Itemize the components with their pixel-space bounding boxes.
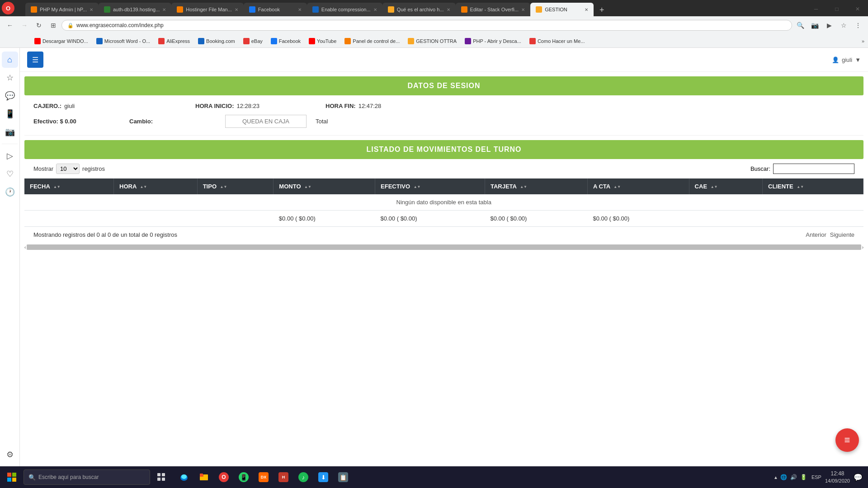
session-info: CAJERO.: giuli HORA INICIO: 12:28:23 HOR… bbox=[24, 95, 863, 136]
siguiente-button[interactable]: Siguiente bbox=[830, 231, 854, 238]
col-cliente[interactable]: CLIENTE ▲▼ bbox=[763, 178, 863, 194]
fab-button[interactable]: ≡ bbox=[835, 428, 859, 452]
bookmark-item-10[interactable]: Como Hacer un Me... bbox=[526, 37, 589, 46]
play-button[interactable]: ▶ bbox=[823, 19, 835, 32]
battery-icon[interactable]: 🔋 bbox=[800, 473, 808, 481]
taskbar-download-icon[interactable]: ⬇ bbox=[314, 467, 333, 487]
forward-button[interactable]: → bbox=[18, 19, 31, 32]
col-tipo[interactable]: TIPO ▲▼ bbox=[197, 178, 274, 194]
taskbar-whatsapp-icon[interactable]: 📱 bbox=[234, 467, 253, 487]
svg-rect-5 bbox=[162, 473, 165, 476]
col-monto[interactable]: MONTO ▲▼ bbox=[274, 178, 375, 194]
browser-tab-5[interactable]: Enable compression... ✕ bbox=[307, 3, 382, 16]
cajero-value: giuli bbox=[64, 103, 75, 109]
taskbar-heidisql-icon[interactable]: H bbox=[274, 467, 293, 487]
grid-button[interactable]: ⊞ bbox=[47, 19, 60, 32]
user-info[interactable]: 👤 giuli ▼ bbox=[832, 56, 861, 63]
browser-tab-4[interactable]: Facebook ✕ bbox=[244, 3, 307, 16]
refresh-button[interactable]: ↻ bbox=[33, 19, 45, 32]
sidebar: ⌂ ☆ 💬 📱 📷 ▷ ♡ 🕐 ⚙ ⋯ bbox=[0, 48, 20, 488]
bookmark-star-button[interactable]: ☆ bbox=[837, 19, 850, 32]
svg-rect-3 bbox=[12, 478, 16, 482]
col-fecha[interactable]: FECHA ▲▼ bbox=[24, 178, 114, 194]
instagram-icon[interactable]: 📷 bbox=[2, 124, 18, 140]
taskbar-time[interactable]: 12:48 14/09/2020 bbox=[825, 470, 850, 484]
start-button[interactable] bbox=[2, 467, 22, 487]
anterior-button[interactable]: Anterior bbox=[806, 231, 826, 238]
bookmark-item-4[interactable]: eBay bbox=[240, 37, 266, 46]
scroll-left-arrow[interactable]: ‹ bbox=[24, 245, 26, 250]
browser-tab-2[interactable]: auth-db139.hosting... ✕ bbox=[99, 3, 171, 16]
taskbar-search-box[interactable]: 🔍 Escribe aquí para buscar bbox=[24, 469, 150, 485]
browser-tab-1[interactable]: PHP My Admin | hP... ✕ bbox=[25, 3, 99, 16]
maximize-button[interactable]: □ bbox=[826, 2, 847, 16]
bookmark-item-6[interactable]: YouTube bbox=[305, 37, 340, 46]
network-icon[interactable]: 🌐 bbox=[780, 473, 788, 481]
col-hora[interactable]: HORA ▲▼ bbox=[114, 178, 198, 194]
heart-icon[interactable]: ♡ bbox=[2, 166, 18, 182]
clock-icon[interactable]: 🕐 bbox=[2, 184, 18, 200]
search-input[interactable] bbox=[773, 164, 854, 174]
systray: ▲ 🌐 🔊 🔋 bbox=[774, 473, 808, 481]
scroll-right-arrow[interactable]: › bbox=[862, 245, 863, 250]
address-bar[interactable]: 🔒 www.engrasecornalo.com/index.php bbox=[61, 20, 792, 31]
browser-tab-3[interactable]: Hostinger File Man... ✕ bbox=[171, 3, 243, 16]
records-per-page-select[interactable]: 102550100 bbox=[56, 164, 80, 174]
taskbar-spotify-icon[interactable]: ♪ bbox=[294, 467, 313, 487]
main-layout: ⌂ ☆ 💬 📱 📷 ▷ ♡ 🕐 ⚙ ⋯ ☰ 👤 giuli ▼ DATOS DE… bbox=[0, 48, 868, 488]
more-button[interactable]: ⋮ bbox=[852, 19, 864, 32]
taskbar-explorer-icon[interactable] bbox=[194, 467, 213, 487]
bookmark-item-1[interactable]: Microsoft Word - O... bbox=[93, 37, 154, 46]
whatsapp-icon[interactable]: 📱 bbox=[2, 106, 18, 122]
opera-logo[interactable]: O bbox=[2, 2, 14, 14]
browser-tab-6[interactable]: Qué es el archivo h... ✕ bbox=[382, 3, 456, 16]
sort-icon-cae: ▲▼ bbox=[711, 185, 718, 189]
bookmark-item-3[interactable]: Booking.com bbox=[194, 37, 239, 46]
close-button[interactable]: ✕ bbox=[847, 2, 868, 16]
settings-icon[interactable]: ⚙ bbox=[2, 446, 18, 463]
bookmark-item-2[interactable]: AliExpress bbox=[155, 37, 193, 46]
new-tab-button[interactable]: + bbox=[595, 4, 608, 16]
show-records: Mostrar 102550100 registros bbox=[33, 164, 105, 174]
taskview-button[interactable] bbox=[152, 467, 171, 487]
col-a_cta[interactable]: A CTA ▲▼ bbox=[587, 178, 689, 194]
browser-tab-7[interactable]: Editar - Stack Overfi... ✕ bbox=[456, 3, 531, 16]
mostrar-label: Mostrar bbox=[33, 165, 53, 172]
address-text: www.engrasecornalo.com/index.php bbox=[76, 22, 164, 28]
notification-button[interactable]: 💬 bbox=[854, 473, 863, 482]
movements-table: FECHA ▲▼HORA ▲▼TIPO ▲▼MONTO ▲▼EFECTIVO ▲… bbox=[24, 178, 863, 227]
home-icon[interactable]: ⌂ bbox=[2, 52, 18, 68]
bookmark-item-9[interactable]: PHP - Abrir y Desca... bbox=[461, 37, 525, 46]
taskbar-edge-icon[interactable] bbox=[175, 467, 193, 487]
bookmark-item-0[interactable]: Descargar WINDO... bbox=[31, 37, 92, 46]
cambio-label: Cambio: bbox=[129, 118, 220, 125]
sort-icon-tipo: ▲▼ bbox=[220, 185, 227, 189]
table-body: Ningún dato disponible en esta tabla $0.… bbox=[24, 194, 863, 227]
taskbar-unknown-icon[interactable]: 📋 bbox=[334, 467, 353, 487]
volume-icon[interactable]: 🔊 bbox=[790, 473, 798, 481]
minimize-button[interactable]: ─ bbox=[806, 2, 826, 16]
camera-button[interactable]: 📷 bbox=[808, 19, 821, 32]
queda-caja-input[interactable] bbox=[225, 115, 307, 128]
total-a-cta: $0.00 ( $0.00) bbox=[587, 211, 689, 227]
bookmark-item-5[interactable]: Facebook bbox=[267, 37, 304, 46]
registros-label: registros bbox=[82, 165, 105, 172]
bookmarks-more[interactable]: » bbox=[862, 38, 864, 44]
menu-button[interactable]: ☰ bbox=[27, 52, 43, 68]
taskbar-dx-icon[interactable]: DX bbox=[254, 467, 273, 487]
systray-up-arrow[interactable]: ▲ bbox=[774, 475, 778, 480]
user-name: giuli bbox=[842, 56, 852, 63]
hora-inicio-value: 12:28:23 bbox=[236, 103, 259, 109]
col-efectivo[interactable]: EFECTIVO ▲▼ bbox=[375, 178, 485, 194]
bookmark-item-7[interactable]: Panel de control de... bbox=[341, 37, 403, 46]
star-icon[interactable]: ☆ bbox=[2, 70, 18, 86]
bookmark-item-8[interactable]: GESTION OTTRA bbox=[404, 37, 460, 46]
arrow-icon[interactable]: ▷ bbox=[2, 148, 18, 164]
col-cae[interactable]: CAE ▲▼ bbox=[689, 178, 763, 194]
taskbar-opera-icon[interactable]: O bbox=[214, 467, 233, 487]
col-tarjeta[interactable]: TARJETA ▲▼ bbox=[485, 178, 587, 194]
search-nav-button[interactable]: 🔍 bbox=[794, 19, 807, 32]
browser-tab-8[interactable]: GESTION ✕ bbox=[530, 3, 594, 16]
messenger-icon[interactable]: 💬 bbox=[2, 88, 18, 104]
back-button[interactable]: ← bbox=[4, 19, 16, 32]
